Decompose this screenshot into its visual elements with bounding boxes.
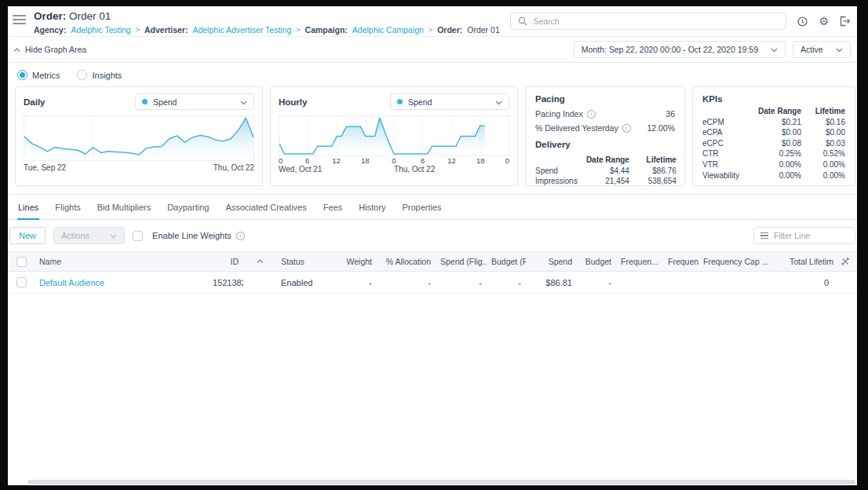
tab-flights[interactable]: Flights <box>54 195 81 220</box>
daily-chart-plot <box>24 115 254 161</box>
hide-graph-area-toggle[interactable]: Hide Graph Area <box>13 45 86 54</box>
pacing-index-value: 36 <box>666 109 675 119</box>
daily-metric-select[interactable]: Spend <box>135 93 254 110</box>
enable-line-weights-checkbox[interactable] <box>133 231 143 241</box>
delivery-value: $4.44 <box>578 166 629 177</box>
delivery-col-lifetime: Lifetime <box>629 155 677 166</box>
col-frequency-cap[interactable]: Frequency Cap ... <box>698 257 785 266</box>
col-weight[interactable]: Weight <box>341 257 377 266</box>
info-icon[interactable]: i <box>587 110 596 119</box>
line-budget-flight: - <box>487 278 526 287</box>
daily-chart-title: Daily <box>24 97 46 107</box>
tab-bid-multipliers[interactable]: Bid Multipliers <box>97 195 151 220</box>
search-input[interactable] <box>533 16 779 26</box>
info-icon[interactable]: i <box>622 124 631 133</box>
breadcrumb-label: Campaign: <box>305 25 348 35</box>
radio-insights[interactable]: Insights <box>77 70 122 80</box>
col-name[interactable]: Name <box>35 257 208 266</box>
line-total-lifetime: 0 <box>785 278 833 287</box>
date-range-value: Month: Sep 22, 2020 00:00 - Oct 22, 2020… <box>582 45 758 54</box>
tab-fees[interactable]: Fees <box>323 195 343 220</box>
horizontal-scrollbar[interactable] <box>27 480 855 485</box>
series-dot-icon <box>142 99 148 104</box>
kpi-value: $0.03 <box>801 138 845 149</box>
pacing-title: Pacing <box>535 94 675 104</box>
filter-line-box[interactable] <box>753 227 855 244</box>
tab-history[interactable]: History <box>358 195 386 220</box>
kpi-value: 0.52% <box>801 148 845 159</box>
chevron-down-icon <box>836 45 843 54</box>
kpi-value: $0.00 <box>751 127 801 138</box>
tab-properties[interactable]: Properties <box>401 195 442 220</box>
app-root: Order: Order 01 Agency: Adelphic Testing… <box>8 6 857 485</box>
line-status: Enabled <box>276 278 341 287</box>
kpi-label: eCPM <box>702 117 751 128</box>
status-filter-select[interactable]: Active <box>793 41 851 58</box>
breadcrumb-link-advertiser[interactable]: Adelphic Advertiser Testing <box>192 25 291 35</box>
breadcrumb-link-agency[interactable]: Adelphic Testing <box>71 25 130 35</box>
kpi-value: 0.00% <box>751 170 801 181</box>
col-frequency-2[interactable]: Frequen... <box>663 257 698 266</box>
table-row[interactable]: Default Audience 1521382 Enabled - - - -… <box>8 272 857 294</box>
tab-lines[interactable]: Lines <box>17 195 39 220</box>
history-icon[interactable] <box>797 16 808 27</box>
line-name-link[interactable]: Default Audience <box>39 278 104 287</box>
daily-chart-card: Daily Spend <box>15 86 263 186</box>
hourly-metric-value: Spend <box>408 97 432 107</box>
page-title-value: Order 01 <box>69 10 111 22</box>
daily-x-start-label: Tue, Sep 22 <box>24 163 66 172</box>
delivery-title: Delivery <box>535 140 675 149</box>
hourly-tick-label: 0 <box>279 156 283 165</box>
graph-area: Metrics Insights Daily Spend <box>8 63 857 195</box>
lines-toolbar: New Actions Enable Line Weights i <box>8 220 857 251</box>
row-checkbox[interactable] <box>16 277 27 287</box>
hourly-metric-select[interactable]: Spend <box>390 93 509 110</box>
breadcrumb-separator: > <box>296 26 300 34</box>
col-budget-flight[interactable]: Budget (Fli... <box>487 257 526 266</box>
col-spend-flight[interactable]: Spend (Flig... <box>436 257 487 266</box>
filter-line-input[interactable] <box>774 231 841 240</box>
hourly-x-ticks: 0612180612180 <box>279 156 509 165</box>
line-allocation: - <box>377 278 436 287</box>
radio-metrics[interactable]: Metrics <box>17 70 60 80</box>
col-allocation[interactable]: % Allocation <box>377 257 436 266</box>
col-total-lifetime[interactable]: Total Lifetim... <box>785 257 833 266</box>
new-button[interactable]: New <box>9 227 46 244</box>
breadcrumb-label: Order: <box>437 25 462 35</box>
line-spend: $86.81 <box>526 278 577 287</box>
col-id[interactable]: ID <box>208 257 243 266</box>
menu-icon[interactable] <box>13 15 26 35</box>
daily-metric-value: Spend <box>153 97 177 107</box>
global-search[interactable] <box>510 13 786 30</box>
pacing-panel: Pacing Pacing Index i 36 % Delivered Yes… <box>525 86 685 186</box>
chevron-down-icon <box>771 45 778 54</box>
breadcrumb-label: Advertiser: <box>144 25 188 35</box>
actions-dropdown[interactable]: Actions <box>53 227 125 244</box>
col-budget[interactable]: Budget <box>577 257 616 266</box>
delivery-value: 538,654 <box>629 176 677 187</box>
breadcrumb-current: Order 01 <box>467 25 499 35</box>
hourly-day-labels: Wed, Oct 21Thu, Oct 22 <box>279 165 509 174</box>
gear-icon[interactable]: ⚙ <box>819 16 829 27</box>
hourly-tick-label: 18 <box>476 156 485 165</box>
select-all-checkbox[interactable] <box>16 257 27 267</box>
lines-table-header: Name ID Status Weight % Allocation Spend… <box>8 251 857 272</box>
hourly-tick-label: 12 <box>447 156 456 165</box>
col-frequency-1[interactable]: Frequen... <box>616 257 663 266</box>
tab-dayparting[interactable]: Dayparting <box>166 195 210 220</box>
col-status[interactable]: Status <box>276 257 341 266</box>
radio-insights-label: Insights <box>92 71 122 80</box>
sort-ascending-icon[interactable] <box>243 259 276 264</box>
search-icon <box>518 16 527 26</box>
customize-columns-icon[interactable] <box>833 257 857 266</box>
date-range-select[interactable]: Month: Sep 22, 2020 00:00 - Oct 22, 2020… <box>574 41 786 58</box>
breadcrumb: Agency: Adelphic Testing > Advertiser: A… <box>34 25 500 35</box>
sign-out-icon[interactable] <box>839 16 851 27</box>
info-icon[interactable]: i <box>236 232 245 240</box>
breadcrumb-separator: > <box>136 26 140 34</box>
sub-header: Hide Graph Area Month: Sep 22, 2020 00:0… <box>8 36 857 63</box>
col-spend[interactable]: Spend <box>526 257 577 266</box>
breadcrumb-link-campaign[interactable]: Adelphic Campaign <box>352 25 424 35</box>
tab-associated-creatives[interactable]: Associated Creatives <box>224 195 307 220</box>
kpis-col-date-range: Date Range <box>751 106 801 117</box>
